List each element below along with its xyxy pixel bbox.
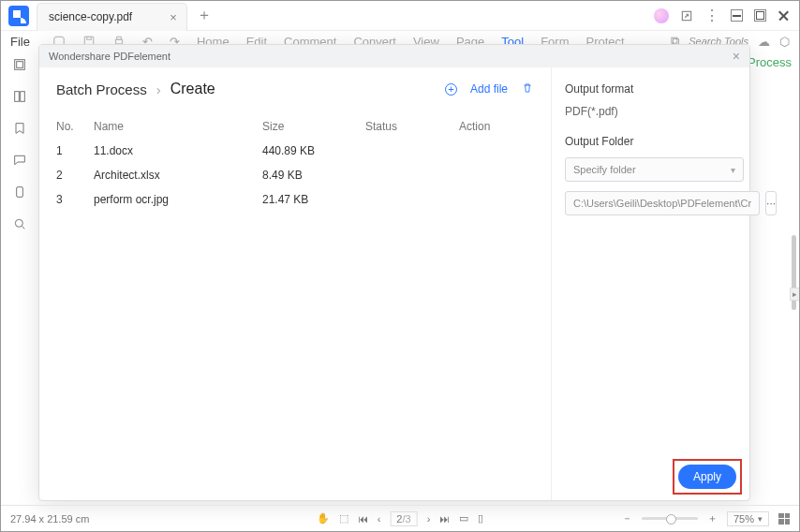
zoom-level-select[interactable]: 75% ▾ [727, 511, 769, 526]
zoom-in-button[interactable]: ＋ [707, 511, 718, 525]
svg-rect-6 [17, 62, 23, 68]
output-format-label: Output format [565, 82, 744, 96]
hand-tool-icon[interactable]: ✋ [317, 512, 330, 525]
window-close-button[interactable] [778, 9, 790, 22]
page-indicator[interactable]: 2/3 [390, 511, 417, 526]
window-minimize-button[interactable] [731, 9, 743, 22]
next-page-icon[interactable]: › [427, 513, 431, 525]
tab-title: science-copy.pdf [49, 10, 132, 23]
bookmark-icon[interactable] [12, 121, 27, 136]
app-icon [8, 6, 29, 26]
add-file-button[interactable]: Add file [470, 82, 508, 96]
folder-mode-select[interactable]: Specify folder ▾ [565, 157, 744, 182]
folder-path-field[interactable]: C:\Users\Geili\Desktop\PDFelement\Cr [565, 191, 760, 215]
batch-process-modal: Wondershare PDFelement × Batch Process ›… [38, 44, 750, 501]
file-table: No. Name Size Status Action 1 11.docx 44… [56, 114, 534, 212]
table-row[interactable]: 3 perform ocr.jpg 21.47 KB [56, 187, 534, 212]
table-header: No. Name Size Status Action [56, 114, 534, 139]
col-size: Size [262, 120, 365, 133]
chevron-right-icon: › [156, 81, 161, 97]
fit-width-icon[interactable]: ▭ [459, 512, 468, 525]
share-icon[interactable] [680, 9, 693, 22]
add-file-plus-icon[interactable]: + [445, 83, 457, 96]
cloud-sync-icon[interactable]: ⬡ [779, 35, 790, 49]
select-tool-icon[interactable]: ⬚ [339, 512, 348, 525]
first-page-icon[interactable]: ⏮ [358, 513, 368, 525]
svg-rect-8 [21, 92, 25, 102]
col-status: Status [365, 120, 459, 133]
svg-point-10 [15, 219, 22, 227]
status-bar: 27.94 x 21.59 cm ✋ ⬚ ⏮ ‹ 2/3 › ⏭ ▭ ▯ － ＋… [1, 505, 799, 531]
col-action: Action [459, 120, 534, 133]
fit-page-icon[interactable]: ▯ [478, 512, 483, 525]
document-tab[interactable]: science-copy.pdf × [37, 3, 187, 31]
menu-file[interactable]: File [10, 35, 30, 49]
modal-titlebar: Wondershare PDFelement × [39, 45, 749, 67]
account-avatar-icon[interactable] [654, 8, 669, 23]
col-name: Name [94, 120, 262, 133]
window-maximize-button[interactable] [754, 9, 766, 22]
attachment-icon[interactable] [12, 185, 27, 200]
kebab-menu-icon[interactable]: ⋮ [704, 7, 719, 24]
search-icon[interactable] [12, 216, 27, 231]
last-page-icon[interactable]: ⏭ [439, 513, 450, 525]
zoom-out-button[interactable]: － [622, 511, 632, 525]
view-layout-icon[interactable] [778, 513, 790, 525]
page-dimensions: 27.94 x 21.59 cm [10, 513, 89, 525]
browse-folder-button[interactable]: ··· [765, 191, 777, 215]
svg-rect-9 [17, 187, 23, 198]
output-folder-label: Output Folder [565, 135, 744, 148]
zoom-slider[interactable] [642, 517, 698, 520]
table-row[interactable]: 1 11.docx 440.89 KB [56, 139, 534, 163]
modal-title: Wondershare PDFelement [49, 51, 170, 62]
cloud-upload-icon[interactable]: ☁ [758, 35, 770, 49]
breadcrumb-root[interactable]: Batch Process [56, 81, 147, 97]
comment-icon[interactable] [12, 153, 27, 168]
chevron-down-icon: ▾ [758, 514, 763, 524]
titlebar: science-copy.pdf × ＋ ⋮ [1, 1, 799, 31]
output-format-value: PDF(*.pdf) [565, 105, 744, 118]
chevron-down-icon: ▾ [731, 165, 735, 175]
output-settings-panel: Output format PDF(*.pdf) Output Folder S… [551, 67, 757, 500]
table-row[interactable]: 2 Architect.xlsx 8.49 KB [56, 163, 534, 187]
prev-page-icon[interactable]: ‹ [378, 513, 381, 525]
apply-highlight: Apply [673, 459, 742, 495]
svg-rect-7 [15, 92, 20, 102]
delete-file-button[interactable] [521, 81, 534, 97]
close-tab-icon[interactable]: × [170, 10, 177, 24]
new-tab-button[interactable]: ＋ [197, 6, 212, 25]
thumbnails-icon[interactable] [12, 57, 27, 72]
svg-rect-4 [117, 37, 122, 39]
modal-close-button[interactable]: × [733, 49, 740, 64]
panels-icon[interactable] [12, 89, 27, 104]
svg-rect-2 [87, 37, 92, 39]
expand-right-panel-icon[interactable]: ▸ [790, 288, 799, 301]
breadcrumb: Batch Process › Create + Add file [56, 81, 534, 97]
left-rail [1, 52, 38, 505]
apply-button[interactable]: Apply [678, 465, 736, 489]
col-no: No. [56, 120, 94, 133]
breadcrumb-current: Create [170, 81, 215, 97]
